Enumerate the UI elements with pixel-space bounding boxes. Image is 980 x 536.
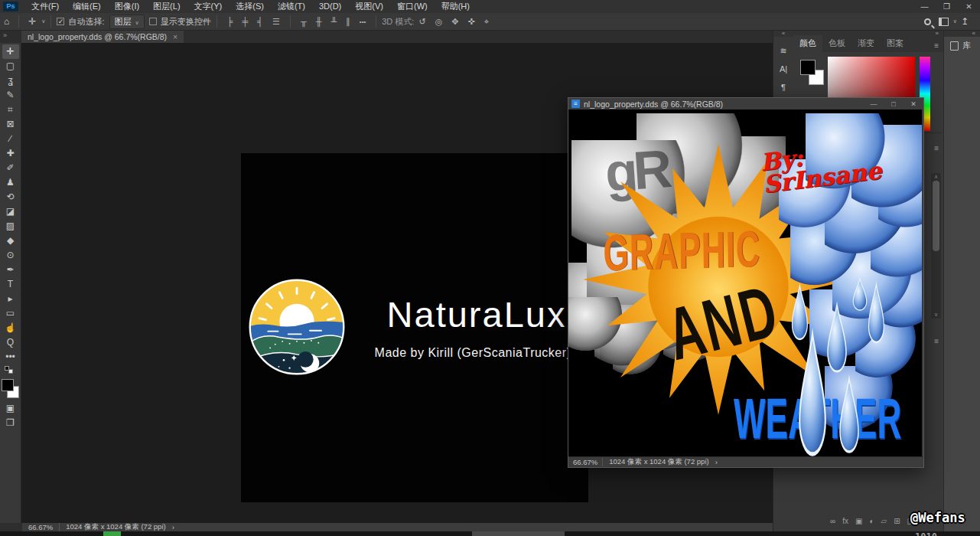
link-layers-icon[interactable]: ∞ bbox=[830, 517, 835, 525]
dodge-tool[interactable]: ⊙ bbox=[2, 248, 19, 263]
tab-gradients[interactable]: 渐变 bbox=[851, 35, 881, 52]
search-icon[interactable] bbox=[924, 18, 931, 25]
character-panel-icon[interactable]: A| bbox=[775, 61, 792, 77]
minimize-button[interactable]: — bbox=[913, 0, 936, 13]
panel-menu-icon[interactable]: ≡ bbox=[934, 337, 939, 345]
restore-button[interactable]: ❐ bbox=[936, 0, 958, 13]
healing-brush-tool[interactable]: ✚ bbox=[2, 146, 19, 161]
align-center-icon[interactable]: ☰ bbox=[268, 17, 285, 27]
status-arrow-icon[interactable]: › bbox=[172, 523, 174, 531]
menu-layer[interactable]: 图层(L) bbox=[146, 0, 187, 13]
share-icon[interactable]: ↥ bbox=[957, 16, 972, 27]
weather-collage-canvas[interactable]: gR By: SrInsane GRAPHIC AND WEATHER bbox=[568, 109, 922, 456]
brush-tool[interactable]: ✐ bbox=[2, 161, 19, 175]
zoom-tool[interactable]: Q bbox=[2, 335, 19, 350]
quick-selection-tool[interactable]: ✎ bbox=[2, 88, 19, 103]
align-right-icon[interactable]: ╡ bbox=[252, 17, 268, 27]
distribute-horizontal-icon[interactable]: ∥ bbox=[341, 17, 355, 27]
menu-type[interactable]: 文字(Y) bbox=[187, 0, 230, 13]
close-button[interactable]: ✕ bbox=[903, 100, 923, 108]
scroll-down-icon[interactable]: ∨ bbox=[931, 312, 941, 318]
frame-tool[interactable]: ⊠ bbox=[2, 117, 19, 132]
path-selection-tool[interactable]: ▸ bbox=[2, 292, 19, 306]
show-transform-checkbox[interactable] bbox=[149, 18, 157, 25]
align-top-icon[interactable]: ╥ bbox=[296, 17, 311, 27]
quick-mask-icon[interactable]: ▣ bbox=[2, 401, 19, 416]
menu-file[interactable]: 文件(F) bbox=[24, 0, 66, 13]
3d-pan-icon[interactable]: ✥ bbox=[447, 17, 463, 27]
home-icon[interactable]: ⌂ bbox=[0, 16, 13, 27]
menu-window[interactable]: 窗口(W) bbox=[390, 0, 435, 13]
new-layer-icon[interactable]: ⊞ bbox=[894, 517, 900, 525]
document-tab[interactable]: nl_logo_property.dds @ 66.7%(RGB/8) × bbox=[21, 31, 184, 43]
layer-mask-icon[interactable]: ▣ bbox=[855, 517, 862, 525]
menu-edit[interactable]: 编辑(E) bbox=[66, 0, 108, 13]
3d-camera-icon[interactable]: ⌖ bbox=[480, 17, 493, 27]
toolbar-collapse-icon[interactable]: » bbox=[3, 31, 7, 39]
move-tool[interactable]: ✛ bbox=[2, 44, 19, 59]
pen-tool[interactable]: ✒ bbox=[2, 263, 19, 277]
shape-tool[interactable]: ▭ bbox=[2, 306, 19, 321]
group-layers-icon[interactable]: ▱ bbox=[881, 517, 887, 525]
zoom-level-field[interactable]: 66.67% bbox=[22, 523, 60, 531]
auto-select-dropdown[interactable]: 图层 ∨ bbox=[109, 15, 145, 29]
paragraph-panel-icon[interactable]: ¶ bbox=[775, 80, 792, 95]
history-brush-tool[interactable]: ⟲ bbox=[2, 190, 19, 204]
auto-select-checkbox[interactable]: ✓ bbox=[57, 18, 64, 25]
floating-window-titlebar[interactable]: ≡ nl_logo_property.dds @ 66.7%(RGB/8) — … bbox=[568, 98, 923, 109]
menu-filter[interactable]: 滤镜(T) bbox=[271, 0, 312, 13]
chevron-down-icon[interactable]: ∨ bbox=[41, 18, 45, 25]
floating-document-window[interactable]: ≡ nl_logo_property.dds @ 66.7%(RGB/8) — … bbox=[568, 97, 924, 468]
lasso-tool[interactable]: ʓ bbox=[2, 74, 19, 88]
tab-close-icon[interactable]: × bbox=[173, 31, 177, 43]
menu-select[interactable]: 选择(S) bbox=[229, 0, 271, 13]
align-middle-icon[interactable]: ╫ bbox=[311, 17, 327, 27]
scrollbar-thumb[interactable] bbox=[933, 181, 939, 251]
tab-swatches[interactable]: 色板 bbox=[822, 35, 851, 52]
main-document-canvas[interactable]: NaturaLux Made by Kirill (GerScaniaTruck… bbox=[241, 153, 588, 502]
more-align-options-icon[interactable]: ••• bbox=[355, 18, 370, 25]
tab-color[interactable]: 颜色 bbox=[793, 35, 822, 52]
rectangular-marquee-tool[interactable]: ▢ bbox=[2, 59, 19, 74]
foreground-color-swatch[interactable] bbox=[800, 60, 816, 75]
panel-menu-icon[interactable]: ≡ bbox=[934, 41, 939, 50]
clone-stamp-tool[interactable]: ♟ bbox=[2, 175, 19, 190]
tab-patterns[interactable]: 图案 bbox=[881, 35, 910, 52]
swap-colors-icon[interactable] bbox=[5, 366, 17, 375]
close-button[interactable]: ✕ bbox=[958, 0, 980, 13]
menu-view[interactable]: 视图(V) bbox=[348, 0, 390, 13]
align-center-horizontal-icon[interactable]: ╪ bbox=[237, 17, 252, 27]
blur-tool[interactable]: ◆ bbox=[2, 234, 19, 248]
status-arrow-icon[interactable]: › bbox=[715, 458, 718, 466]
3d-roll-icon[interactable]: ◎ bbox=[431, 17, 448, 27]
eraser-tool[interactable]: ◪ bbox=[2, 204, 19, 219]
panel-scrollbar[interactable]: ∧ ∨ bbox=[931, 173, 941, 319]
foreground-color-swatch[interactable] bbox=[2, 379, 14, 391]
maximize-button[interactable]: □ bbox=[884, 100, 903, 108]
dock-expand-icon[interactable]: « bbox=[773, 31, 793, 37]
gradient-tool[interactable]: ▨ bbox=[2, 219, 19, 234]
type-tool[interactable]: T bbox=[2, 277, 19, 292]
scroll-up-icon[interactable]: ∧ bbox=[931, 174, 941, 180]
zoom-level-field[interactable]: 66.67% bbox=[568, 458, 603, 466]
menu-help[interactable]: 帮助(H) bbox=[435, 0, 477, 13]
tab-libraries[interactable]: 库 bbox=[944, 37, 980, 54]
brush-settings-icon[interactable]: ≋ bbox=[775, 43, 792, 58]
move-tool-icon[interactable]: ✛ bbox=[24, 16, 40, 27]
menu-3d[interactable]: 3D(D) bbox=[312, 0, 348, 13]
more-tools-icon[interactable]: ••• bbox=[2, 350, 19, 364]
minimize-button[interactable]: — bbox=[864, 100, 884, 108]
3d-slide-icon[interactable]: ✜ bbox=[463, 17, 479, 27]
align-bottom-icon[interactable]: ╨ bbox=[327, 17, 342, 27]
3d-orbit-icon[interactable]: ↺ bbox=[414, 17, 430, 27]
eyedropper-tool[interactable]: ∕ bbox=[2, 132, 19, 146]
crop-tool[interactable]: ⌗ bbox=[2, 103, 19, 117]
align-left-icon[interactable]: ╞ bbox=[223, 17, 238, 27]
adjustment-layer-icon[interactable]: ◐ bbox=[869, 517, 874, 525]
workspace-switcher-icon[interactable] bbox=[939, 18, 949, 26]
screen-mode-icon[interactable]: ❐ bbox=[2, 416, 19, 430]
panel-menu-icon[interactable]: ≡ bbox=[934, 144, 939, 152]
menu-image[interactable]: 图像(I) bbox=[108, 0, 146, 13]
layer-effects-icon[interactable]: fx bbox=[842, 517, 848, 525]
dock-collapse-icon[interactable]: « bbox=[944, 31, 980, 37]
